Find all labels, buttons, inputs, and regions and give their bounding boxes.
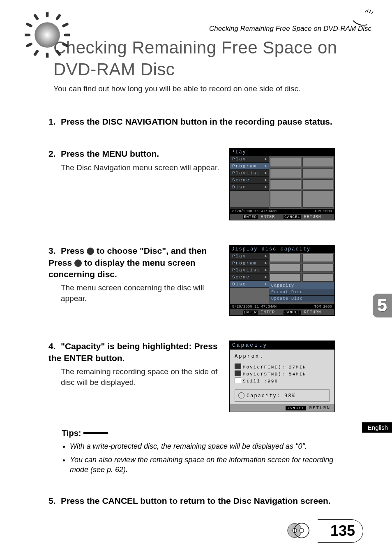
svg-line-13 (28, 44, 31, 46)
menu-item: Disc▶ (230, 281, 269, 288)
menu-item: Scene▶ (230, 274, 269, 281)
svg-point-20 (300, 528, 304, 533)
page-title: Checking Remaining Free Space on DVD-RAM… (53, 37, 371, 80)
step-4-head-text: "Capacity" is being highlighted: Press t… (48, 341, 218, 362)
figure-c-title: Capacity (230, 341, 334, 350)
figure-a-footer: ENTER ENTER CANCEL RETURN (230, 214, 334, 220)
tips-heading: Tips: (62, 429, 349, 438)
step-5-head-text: Press the CANCEL button to return to the… (61, 496, 331, 505)
figure-capacity-screen: Capacity Approx. Movie(FINE): 27MIN Movi… (229, 341, 335, 412)
joystick-icon (74, 259, 82, 267)
tip-item: With a write-protected disc, the remaini… (70, 441, 349, 451)
capacity-line: Movie(FINE): 27MIN (235, 364, 330, 370)
step-3-text-a: Press (61, 246, 87, 255)
footer-disc-icon (287, 522, 312, 539)
capacity-value-box: Capacity: 93% (235, 389, 330, 402)
figure-a-menu: Play▶ Program▶ PlayList▶ Scene▶ Disc▶ (230, 156, 269, 209)
menu-item: Play▶ (230, 156, 269, 163)
figure-disc-capacity-menu: Display disc capacity Play▶ Program▶ Pla… (229, 245, 335, 316)
step-1-heading: 1.Press the DISC NAVIGATION button in th… (48, 116, 344, 127)
tips-box: Tips: With a write-protected disc, the r… (62, 429, 349, 475)
svg-line-10 (57, 51, 60, 55)
menu-item: PlayList▶ (230, 170, 269, 177)
movie-icon (235, 364, 241, 369)
movie-icon (235, 371, 241, 376)
step-2-head-text: Press the MENU button. (61, 149, 159, 158)
svg-line-6 (57, 16, 60, 19)
capacity-line: Still :998 (235, 378, 330, 384)
still-icon (235, 378, 241, 383)
disc-icon (238, 392, 244, 398)
section-sun-icon (25, 12, 70, 58)
figure-b-status: 8/20/2000 11:47:34AMTOM 2000 (230, 304, 334, 309)
svg-line-2 (369, 10, 371, 13)
menu-item: Play▶ (230, 253, 269, 260)
step-2-body: The Disc Navigation menu screen will app… (61, 162, 221, 173)
language-tab: English (362, 422, 392, 433)
svg-line-16 (35, 16, 37, 19)
figure-a-status: 8/20/2000 11:47:34AMTOM 2000 (230, 209, 334, 214)
figure-c-footer: CANCEL RETURN (230, 404, 334, 412)
step-4-body: The remaining recording space on the sid… (61, 366, 221, 387)
step-3-heading: 3.Press to choose "Disc", and then Press… (48, 245, 221, 280)
menu-item: Scene▶ (230, 177, 269, 184)
step-1-head-text: Press the DISC NAVIGATION button in the … (61, 117, 332, 126)
capacity-line: Movie(STND): 54MIN (235, 371, 330, 377)
page-number: 135 (330, 522, 355, 540)
figure-b-title: Display disc capacity (230, 246, 334, 253)
step-4-heading: 4."Capacity" is being highlighted: Press… (48, 341, 221, 364)
step-3-body: The menu screen concerning the disc will… (61, 283, 221, 303)
svg-line-7 (64, 24, 67, 26)
svg-line-0 (365, 10, 367, 12)
submenu-item: Format Disc (269, 289, 334, 296)
intro-text: You can find out how long you will be ab… (53, 84, 371, 93)
svg-line-1 (367, 9, 368, 12)
menu-item: PlayList▶ (230, 267, 269, 274)
submenu-item: Update Disc (269, 296, 334, 302)
submenu-item: Capacity (269, 283, 334, 289)
step-2-heading: 2.Press the MENU button. (48, 148, 221, 160)
capacity-approx-label: Approx. (235, 354, 330, 359)
step-5-heading: 5.Press the CANCEL button to return to t… (48, 495, 344, 507)
figure-a-title: Play (230, 148, 334, 156)
svg-line-15 (28, 24, 31, 26)
figure-play-menu: Play Play▶ Program▶ PlayList▶ Scene▶ Dis… (229, 148, 335, 220)
menu-item: Disc▶ (230, 184, 269, 191)
figure-b-submenu-area: Capacity Format Disc Update Disc (269, 253, 334, 304)
svg-line-12 (35, 51, 37, 55)
svg-point-4 (35, 22, 60, 48)
joystick-icon (87, 248, 94, 255)
menu-item: Program▶ (230, 260, 269, 267)
menu-item: Program▶ (230, 163, 269, 170)
svg-line-9 (64, 44, 67, 46)
header-breadcrumb: Checking Remaining Free Space on DVD-RAM… (21, 25, 371, 34)
svg-line-3 (371, 12, 373, 14)
tip-item: You can also review the remaining space … (70, 455, 349, 475)
figure-b-footer: ENTER ENTER CANCEL RETURN (230, 309, 334, 315)
figure-b-menu: Play▶ Program▶ PlayList▶ Scene▶ Disc▶ (230, 253, 269, 304)
chapter-tab: 5 (373, 294, 392, 317)
figure-a-thumbnails (269, 156, 334, 209)
